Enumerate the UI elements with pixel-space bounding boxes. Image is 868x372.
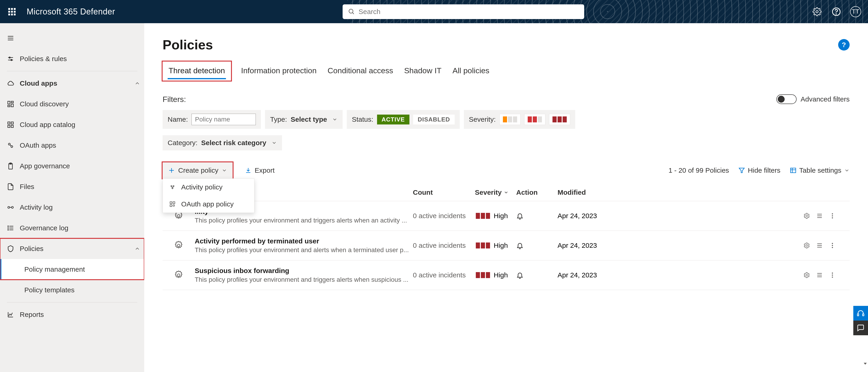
search-input[interactable] [359,8,579,16]
svg-point-58 [832,213,833,215]
user-avatar[interactable]: TT [850,6,861,17]
svg-point-60 [832,217,833,218]
col-modified[interactable]: Modified [558,188,636,196]
col-count[interactable]: Count [413,188,475,196]
sidebar-item-policies-rules[interactable]: Policies & rules [0,49,144,69]
status-disabled-badge[interactable]: DISABLED [413,115,455,124]
sidebar-item-cloud-discovery[interactable]: Cloud discovery [0,94,144,114]
row-more-button[interactable] [829,212,836,219]
filter-type[interactable]: Type: Select type [265,110,343,129]
severity-high-button[interactable] [549,114,570,125]
svg-point-74 [832,273,833,274]
export-button[interactable]: Export [240,162,280,179]
sidebar-item-hamburger[interactable] [0,28,144,49]
sidebar-item-label: Reports [20,311,144,318]
sidebar-item-label: Policy management [24,266,144,273]
sidebar-item-app-governance[interactable]: App governance [0,156,144,176]
sidebar-item-policy-templates[interactable]: Policy templates [0,280,144,300]
sidebar-item-label: Policies [20,245,130,253]
filter-name-input[interactable] [191,114,256,125]
sidebar-item-label: Policy templates [24,286,144,294]
sidebar-item-label: Files [20,183,144,191]
svg-point-33 [8,229,8,230]
row-list-button[interactable] [816,242,823,249]
sidebar-item-label: Cloud discovery [20,100,144,108]
table-settings-button[interactable]: Table settings [790,166,849,174]
cloud-icon [7,80,20,87]
advanced-filters-label: Advanced filters [801,95,849,103]
svg-point-0 [349,9,353,13]
tab-threat-detection[interactable]: Threat detection [167,63,226,79]
tab-all-policies[interactable]: All policies [452,62,490,81]
sidebar-item-label: Governance log [20,224,144,232]
file-icon [7,183,20,190]
severity-low-button[interactable] [499,114,521,125]
sidebar-item-reports[interactable]: Reports [0,304,144,325]
help-button[interactable] [831,6,842,17]
settings-button[interactable] [811,6,823,17]
col-action[interactable]: Action [516,188,558,196]
sidebar-item-governance-log[interactable]: Governance log [0,218,144,238]
row-title[interactable]: Suspicious inbox forwarding [195,267,413,275]
sidebar-item-activity-log[interactable]: Activity log [0,197,144,218]
row-settings-button[interactable] [803,272,810,279]
tab-info-protection[interactable]: Information protection [240,62,317,81]
sort-icon [503,190,508,195]
row-count: 0 active incidents [413,212,475,220]
headset-icon [857,309,865,317]
chat-icon [857,324,865,332]
sidebar-item-policies[interactable]: Policies [0,238,144,259]
svg-marker-49 [739,168,744,173]
row-title[interactable]: Activity performed by terminated user [195,237,413,245]
app-launcher[interactable] [5,5,19,18]
hide-filters-button[interactable]: Hide filters [738,166,780,174]
filter-category[interactable]: Category: Select risk category [162,135,282,150]
severity-medium-button[interactable] [524,114,546,125]
svg-point-54 [806,215,808,217]
plus-icon [168,167,175,174]
dropdown-item-activity-policy[interactable]: Activity policy [163,179,254,196]
svg-marker-79 [864,363,867,365]
page-help-button[interactable]: ? [838,39,849,51]
sidebar-item-cloud-apps[interactable]: Cloud apps [0,73,144,94]
svg-point-46 [173,205,175,206]
row-modified: Apr 24, 2023 [558,242,636,249]
row-more-button[interactable] [829,242,836,249]
scroll-down-indicator[interactable] [863,355,868,372]
sidebar-item-label: OAuth apps [20,142,144,149]
tab-redbox: Threat detection [162,62,231,81]
sidebar-item-policy-management[interactable]: Policy management [0,259,144,280]
sidebar-item-cloud-app-catalog[interactable]: Cloud app catalog [0,114,144,135]
waffle-icon [8,8,16,16]
chevron-down-icon [844,167,849,173]
row-more-button[interactable] [829,272,836,279]
header-actions: TT [811,6,861,17]
advanced-filters-toggle[interactable] [776,94,797,104]
dropdown-item-oauth-app-policy[interactable]: OAuth app policy [163,196,254,213]
tab-shadow-it[interactable]: Shadow IT [403,62,442,81]
row-settings-button[interactable] [803,212,810,219]
row-severity: High [475,271,516,279]
filter-status-label: Status: [352,116,373,123]
sidebar-item-files[interactable]: Files [0,176,144,197]
page-title: Policies [162,37,213,52]
table-row: Suspicious inbox forwardingThis policy p… [162,260,849,290]
shield-icon [7,245,20,252]
filter-severity-label: Severity: [469,116,496,123]
create-policy-button[interactable]: Create policy Activity policyOAuth app p… [162,162,232,179]
col-severity[interactable]: Severity [475,188,516,196]
row-count: 0 active incidents [413,271,475,279]
tab-conditional-access[interactable]: Conditional access [327,62,394,81]
sidebar-item-oauth-apps[interactable]: OAuth apps [0,135,144,156]
row-list-button[interactable] [816,212,823,219]
row-list-button[interactable] [816,272,823,279]
question-icon [832,7,841,16]
row-settings-button[interactable] [803,242,810,249]
svg-rect-12 [8,101,10,104]
search-box[interactable] [343,4,584,19]
svg-rect-13 [11,101,13,103]
status-active-badge[interactable]: ACTIVE [377,115,409,124]
svg-rect-43 [170,202,172,204]
feedback-button[interactable] [853,320,868,335]
headset-button[interactable] [853,306,868,320]
